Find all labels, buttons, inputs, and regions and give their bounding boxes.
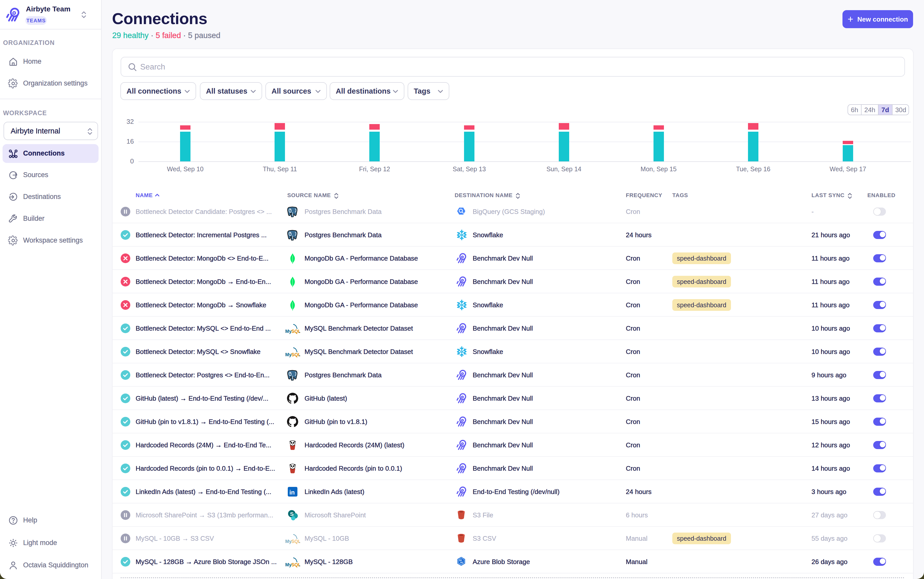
svg-text:My: My bbox=[285, 539, 292, 544]
svg-text:S: S bbox=[290, 511, 294, 517]
svg-text:01: 01 bbox=[460, 561, 463, 564]
svg-text:SQL: SQL bbox=[291, 352, 300, 357]
svg-text:My: My bbox=[285, 562, 292, 568]
svg-text:My: My bbox=[285, 352, 292, 357]
svg-text:SQL: SQL bbox=[291, 562, 300, 568]
svg-text:My: My bbox=[285, 329, 292, 334]
svg-text:in: in bbox=[289, 489, 295, 496]
svg-text:SQL: SQL bbox=[291, 539, 300, 544]
svg-text:SQL: SQL bbox=[291, 329, 300, 334]
